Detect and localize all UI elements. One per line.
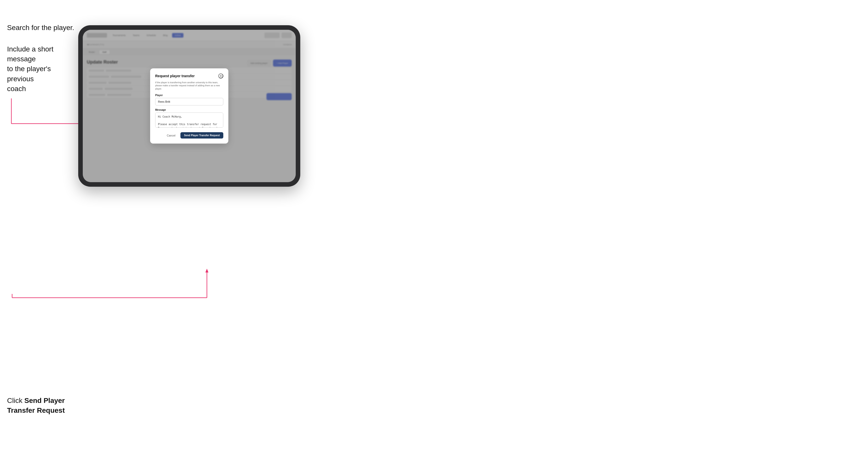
cancel-button[interactable]: Cancel <box>164 132 178 138</box>
player-input[interactable] <box>155 98 223 105</box>
svg-marker-6 <box>206 269 209 273</box>
modal-title: Request player transfer <box>155 74 194 78</box>
annotation-message: Include a short messageto the player's p… <box>7 44 73 94</box>
tablet-device: Tournaments Teams Schedule Blog Active ◀… <box>78 25 300 187</box>
tablet-screen: Tournaments Teams Schedule Blog Active ◀… <box>83 30 296 182</box>
transfer-modal: Request player transfer × If the player … <box>150 68 228 144</box>
modal-header: Request player transfer × <box>155 73 223 79</box>
tablet-outer: Tournaments Teams Schedule Blog Active ◀… <box>78 25 300 187</box>
send-transfer-request-button[interactable]: Send Player Transfer Request <box>180 132 223 138</box>
modal-description: If the player is transferring from anoth… <box>155 81 223 91</box>
modal-overlay: Request player transfer × If the player … <box>83 30 296 182</box>
player-field-label: Player <box>155 94 223 97</box>
annotation-search: Search for the player. <box>7 23 74 33</box>
message-textarea[interactable]: Hi Coach McHarg, Please accept this tran… <box>155 113 223 128</box>
annotation-click: Click Send Player Transfer Request <box>7 396 73 415</box>
modal-footer: Cancel Send Player Transfer Request <box>155 132 223 138</box>
modal-close-button[interactable]: × <box>218 73 223 79</box>
message-field-label: Message <box>155 108 223 111</box>
